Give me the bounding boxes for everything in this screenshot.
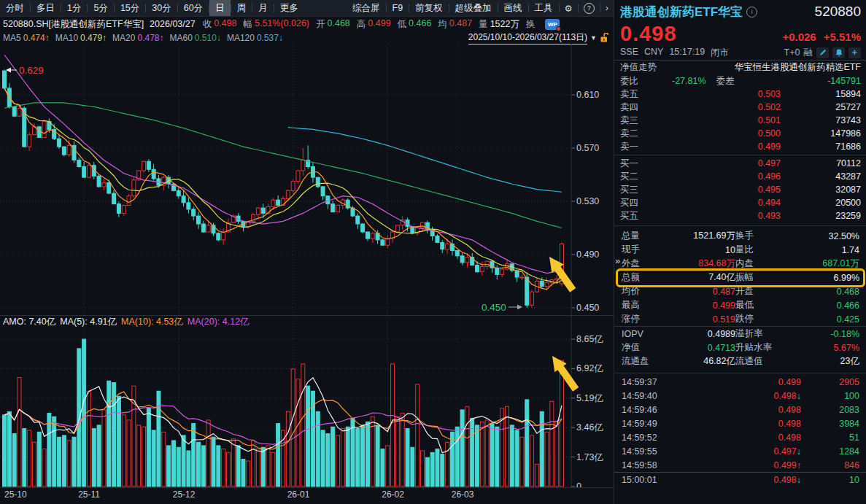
candlestick-chart[interactable]: 0.6100.5700.5300.4900.4500.6290.450 [0,44,614,315]
quote-field-换: 换 [526,18,538,31]
tick-row[interactable]: 14:59:490.4983984 [614,416,866,430]
tick-price: 0.498 [673,419,801,429]
info-icon[interactable]: i [746,7,757,18]
ma-item-value: 0.510↓ [195,33,221,43]
trading-app-window: 分时多日1分5分15分30分60分日周月更多 综合屏F9前复权超级叠加画线工具⚙… [0,0,866,504]
book-level-label: 卖五 [620,88,638,101]
tick-price: 0.497↓ [673,446,801,457]
quote-field-label: 高 [357,18,366,31]
bid-row[interactable]: 买三0.49532087 [614,183,866,196]
period-button-30分[interactable]: 30分 [146,0,177,16]
chevron-down-icon[interactable]: ▼ [590,34,597,42]
ma-item-MA60: MA600.510↓ [170,33,221,43]
book-price: 0.495 [715,185,781,195]
help-icon-circle: ? [584,3,595,14]
svg-text:8.65亿: 8.65亿 [576,334,603,344]
period-button-分时[interactable]: 分时 [0,0,30,16]
currency-label: CNY [644,47,663,59]
tick-row[interactable]: 14:59:400.498↓100 [614,389,866,403]
period-button-日[interactable]: 日 [209,0,231,16]
stat-label: 总量 [622,230,654,242]
tool-button-画线[interactable]: 画线 [498,0,528,16]
tick-row[interactable]: 14:59:550.497↓1284 [614,444,866,458]
bid-row[interactable]: 买四0.49420500 [614,196,866,209]
ma-item-MA120: MA1200.537↓ [227,33,283,43]
book-price: 0.497 [715,158,781,168]
tick-time: 14:59:46 [622,405,673,415]
add-button[interactable]: + [848,47,861,58]
tick-qty: 2083 [801,405,859,415]
stat-label: 总额 [622,271,654,284]
book-price: 0.502 [715,102,781,112]
ask-row[interactable]: 卖四0.50225727 [614,101,866,114]
quote-field-value: 0.499 [368,18,390,31]
stat-value: 10 [654,245,735,255]
stats-row: 外盘834.68万内盘687.01万 [614,257,866,271]
stat-value: 1.74 [778,245,859,255]
period-button-5分[interactable]: 5分 [88,0,113,16]
stat-value: -0.18% [778,329,859,339]
tick-price: 0.498↓ [673,475,801,485]
ask-row[interactable]: 卖三0.50173743 [614,114,866,127]
book-price: 0.499 [715,141,781,152]
stats-row: 总额7.40亿振幅6.99% [614,271,866,284]
bid-row[interactable]: 买二0.49643287 [614,170,866,183]
period-button-月[interactable]: 月 [252,0,274,16]
edit-button[interactable] [816,47,829,58]
period-button-多日[interactable]: 多日 [31,0,61,16]
stat-value: 23亿 [778,355,859,368]
ask-row[interactable]: 卖一0.49971686 [614,140,866,153]
period-button-周[interactable]: 周 [231,0,252,16]
tick-row[interactable]: 14:59:370.4992905 [614,375,866,389]
nav-trend-label[interactable]: 净值走势 [620,61,657,74]
stat-label: 升贴水率 [735,341,778,354]
collapse-panel-icon[interactable]: » [615,255,620,266]
chevron-right-icon[interactable]: › [600,3,614,13]
stat-label: 最高 [622,299,654,311]
bid-row[interactable]: 买五0.49323259 [614,209,866,222]
svg-text:0.530: 0.530 [576,196,599,206]
tick-row[interactable]: 15:00:010.498↓10 [614,472,866,486]
tool-button-F9[interactable]: F9 [387,0,409,16]
quote-field-label: 低 [398,18,407,31]
stats-row: 涨停0.519跌停0.425 [614,312,866,326]
unlock-icon[interactable] [600,33,609,43]
ticks-divider [614,373,866,373]
time-axis: 25-1025-1125-1226-0126-0226-03 [0,487,614,501]
tool-button-综合屏[interactable]: 综合屏 [347,0,386,16]
tick-row[interactable]: 14:59:460.4982083 [614,403,866,416]
gear-icon[interactable]: ⚙ [560,3,578,14]
tool-button-工具[interactable]: 工具 [529,0,559,16]
quote-field-label: 开 [316,18,325,31]
volume-chart[interactable]: 8.65亿6.92亿5.19亿3.46亿1.73亿0 [0,315,614,487]
date-range-link[interactable]: 2025/10/10-2026/03/27(113日) [468,31,587,44]
period-button-更多[interactable]: 更多 [274,0,304,16]
ask-row[interactable]: 卖五0.50315894 [614,88,866,101]
stat-label: 净值 [622,341,654,354]
book-divider [614,155,866,155]
quote-field-label: 量 [479,18,488,31]
stat-value: 5.67% [778,343,859,353]
alert-button[interactable] [832,47,845,58]
tool-button-超级叠加[interactable]: 超级叠加 [449,0,498,16]
period-button-15分[interactable]: 15分 [115,0,145,16]
bid-row[interactable]: 买一0.49770112 [614,157,866,170]
help-icon[interactable]: ? [579,2,600,14]
book-level-label: 卖三 [620,115,638,127]
quote-field-收: 收0.498 [203,18,237,31]
period-button-60分[interactable]: 60分 [178,0,209,16]
wp-window-icon[interactable]: WP [545,19,560,30]
tick-row[interactable]: 14:59:580.499↑846 [614,458,866,472]
stock-name[interactable]: 港股通创新药ETF华宝 [620,4,743,20]
ma-item-MA10: MA100.479↑ [55,33,107,43]
tick-row[interactable]: 14:59:520.49851 [614,430,866,444]
period-button-1分[interactable]: 1分 [61,0,87,16]
stat-label: 内盘 [735,257,778,270]
fund-full-name: 华宝恒生港股通创新药精选ETF [734,61,861,74]
stat-value: 32.50% [778,231,859,241]
tool-button-前复权[interactable]: 前复权 [409,0,449,16]
volume-legend-row: AMO: 7.40亿 MA(5): 4.91亿 MA(10): 4.53亿 MA… [3,316,250,328]
stat-label: IOPV [622,329,654,339]
ask-row[interactable]: 卖二0.500147986 [614,127,866,140]
time-axis-label: 26-02 [382,489,404,500]
